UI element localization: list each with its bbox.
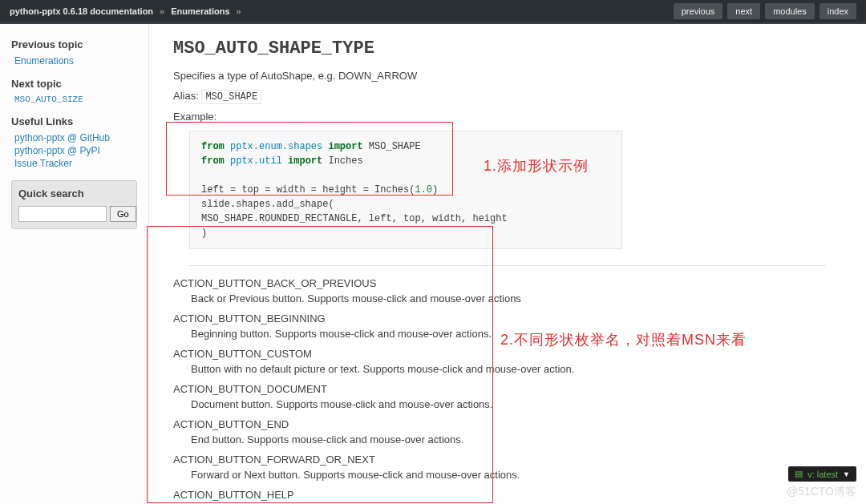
useful-links-heading: Useful Links <box>11 115 137 127</box>
breadcrumb-enumerations[interactable]: Enumerations <box>171 6 229 16</box>
example-label: Example: <box>173 111 842 123</box>
useful-link-issues[interactable]: Issue Tracker <box>14 158 137 169</box>
enum-list: ACTION_BUTTON_BACK_OR_PREVIOUS Back or P… <box>173 277 842 504</box>
breadcrumbs: python-pptx 0.6.18 documentation » Enume… <box>10 6 241 16</box>
page-title: MSO_AUTO_SHAPE_TYPE <box>173 38 842 58</box>
enum-term: ACTION_BUTTON_END <box>173 418 842 430</box>
search-input[interactable] <box>18 206 107 222</box>
enum-term: ACTION_BUTTON_BEGINNING <box>173 312 842 325</box>
main-content: MSO_AUTO_SHAPE_TYPE Specifies a type of … <box>149 24 866 504</box>
previous-topic-link[interactable]: Enumerations <box>14 55 137 67</box>
enum-term: ACTION_BUTTON_CUSTOM <box>173 348 842 360</box>
next-button[interactable]: next <box>727 3 760 19</box>
alias-line: Alias: MSO_SHAPE <box>173 90 842 103</box>
quick-search-box: Quick search Go <box>11 180 137 229</box>
version-badge[interactable]: ▤ v: latest ▼ <box>788 466 856 482</box>
index-button[interactable]: index <box>819 3 856 19</box>
enum-term: ACTION_BUTTON_BACK_OR_PREVIOUS <box>173 277 842 289</box>
divider <box>189 265 826 266</box>
enum-term: ACTION_BUTTON_HELP <box>173 489 842 501</box>
previous-topic-heading: Previous topic <box>11 38 137 50</box>
watermark: @51CTO博客 <box>787 485 856 499</box>
intro-text: Specifies a type of AutoShape, e.g. DOWN… <box>173 70 842 82</box>
enum-desc: Button with no default picture or text. … <box>191 363 842 375</box>
code-example: from pptx.enum.shapes import MSO_SHAPE f… <box>189 131 622 249</box>
annotation-text-1: 1.添加形状示例 <box>484 156 589 175</box>
enum-desc: Back or Previous button. Supports mouse-… <box>191 292 842 304</box>
alias-value: MSO_SHAPE <box>201 90 261 104</box>
chevron-right-icon: » <box>237 6 241 16</box>
enum-desc: Document button. Supports mouse-click an… <box>191 398 842 410</box>
chevron-down-icon: ▼ <box>843 470 850 478</box>
topbar: python-pptx 0.6.18 documentation » Enume… <box>0 0 866 24</box>
enum-term: ACTION_BUTTON_DOCUMENT <box>173 383 842 395</box>
book-icon: ▤ <box>795 469 803 479</box>
next-topic-link[interactable]: MSO_AUTO_SIZE <box>14 95 137 104</box>
enum-desc: End button. Supports mouse-click and mou… <box>191 433 842 446</box>
previous-button[interactable]: previous <box>674 3 723 19</box>
breadcrumb-home[interactable]: python-pptx 0.6.18 documentation <box>10 6 153 16</box>
topnav-buttons: previous next modules index <box>674 3 856 19</box>
sidebar: Previous topic Enumerations Next topic M… <box>0 24 149 504</box>
useful-link-pypi[interactable]: python-pptx @ PyPI <box>14 145 137 156</box>
next-topic-heading: Next topic <box>11 78 137 90</box>
go-button[interactable]: Go <box>110 206 136 222</box>
useful-link-github[interactable]: python-pptx @ GitHub <box>14 132 137 143</box>
quick-search-heading: Quick search <box>18 187 130 200</box>
modules-button[interactable]: modules <box>765 3 815 19</box>
chevron-right-icon: » <box>160 6 164 16</box>
enum-term: ACTION_BUTTON_FORWARD_OR_NEXT <box>173 454 842 466</box>
annotation-text-2: 2.不同形状枚举名，对照着MSN来看 <box>500 330 747 349</box>
enum-desc: Forward or Next button. Supports mouse-c… <box>191 469 842 481</box>
